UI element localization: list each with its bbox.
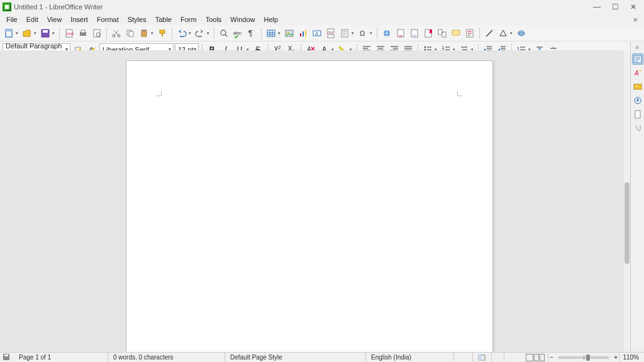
basic-shapes-button[interactable]	[497, 27, 509, 40]
save-status-icon[interactable]	[3, 353, 11, 362]
insert-field-button[interactable]	[338, 27, 351, 40]
zoom-in-button[interactable]: +	[613, 354, 619, 361]
menu-edit[interactable]: Edit	[23, 15, 42, 24]
print-button[interactable]	[77, 27, 89, 40]
save-button[interactable]	[39, 27, 52, 40]
menu-table[interactable]: Table	[152, 15, 175, 24]
insert-table-dropdown[interactable]: ▾	[278, 31, 280, 36]
svg-point-50	[425, 46, 426, 47]
menu-format[interactable]: Format	[93, 15, 123, 24]
paste-dropdown[interactable]: ▾	[151, 31, 153, 36]
open-button[interactable]	[21, 27, 33, 40]
status-word-count[interactable]: 0 words, 0 characters	[108, 353, 225, 362]
multi-page-view-icon[interactable]	[534, 354, 539, 361]
insert-cross-ref-button[interactable]	[436, 27, 448, 40]
shapes-dropdown[interactable]: ▾	[510, 31, 513, 36]
insert-chart-button[interactable]	[297, 27, 309, 40]
insert-line-button[interactable]	[483, 27, 496, 40]
svg-rect-25	[300, 33, 301, 36]
clone-format-button[interactable]	[156, 27, 169, 40]
scrollbar-thumb[interactable]	[625, 182, 630, 264]
hyperlink-button[interactable]	[380, 27, 393, 40]
insert-comment-button[interactable]	[450, 27, 462, 40]
close-button[interactable]: ✕	[630, 3, 636, 11]
undo-button[interactable]	[175, 27, 188, 40]
formatting-marks-button[interactable]: ¶	[245, 27, 258, 40]
zoom-slider-handle[interactable]	[586, 354, 590, 361]
sidebar-properties-button[interactable]	[632, 53, 643, 65]
sidebar-style-inspector-button[interactable]	[632, 123, 643, 134]
insert-endnote-button[interactable]	[408, 27, 421, 40]
menu-tools[interactable]: Tools	[202, 15, 226, 24]
new-doc-dropdown[interactable]: ▾	[16, 31, 18, 36]
new-doc-button[interactable]	[3, 27, 15, 40]
svg-point-43	[518, 31, 525, 36]
insert-image-button[interactable]	[283, 27, 296, 40]
redo-button[interactable]	[194, 27, 206, 40]
insert-special-char-button[interactable]: Ω	[357, 27, 369, 40]
zoom-out-button[interactable]: −	[548, 354, 555, 361]
cut-button[interactable]	[110, 27, 123, 40]
margin-corner-tr	[457, 91, 462, 96]
insert-footnote-button[interactable]	[394, 27, 407, 40]
insert-textbox-button[interactable]: A	[311, 27, 323, 40]
paste-button[interactable]	[138, 27, 150, 40]
menu-file[interactable]: File	[3, 15, 21, 24]
page[interactable]	[126, 60, 493, 352]
track-changes-button[interactable]	[464, 27, 476, 40]
svg-text:PDF: PDF	[67, 32, 74, 36]
svg-rect-27	[305, 30, 306, 36]
zoom-percent[interactable]: 110%	[619, 353, 644, 362]
status-signature[interactable]	[492, 353, 504, 362]
open-dropdown[interactable]: ▾	[34, 31, 36, 36]
svg-rect-18	[162, 33, 163, 36]
insert-field-dropdown[interactable]: ▾	[352, 31, 354, 36]
draw-functions-button[interactable]	[515, 27, 528, 40]
insert-bookmark-button[interactable]	[422, 27, 435, 40]
insert-special-dropdown[interactable]: ▾	[370, 31, 372, 36]
menu-styles[interactable]: Styles	[124, 15, 150, 24]
view-layout-icons[interactable]	[523, 354, 548, 361]
spellcheck-button[interactable]: abc	[231, 27, 244, 40]
find-replace-button[interactable]	[218, 27, 230, 40]
book-view-icon[interactable]	[540, 354, 545, 361]
insert-table-button[interactable]	[265, 27, 277, 40]
svg-text:A: A	[315, 31, 319, 36]
vertical-scrollbar[interactable]	[624, 50, 630, 352]
menu-window[interactable]: Window	[226, 15, 258, 24]
status-page[interactable]: Page 1 of 1	[14, 353, 108, 362]
menu-form[interactable]: Form	[177, 15, 201, 24]
menu-insert[interactable]: Insert	[67, 15, 92, 24]
status-selection-mode[interactable]	[473, 353, 492, 362]
insert-pagebreak-button[interactable]	[325, 27, 337, 40]
zoom-slider[interactable]	[558, 356, 609, 359]
svg-point-19	[221, 30, 226, 35]
minimize-button[interactable]: —	[593, 3, 601, 11]
status-insert-mode[interactable]	[454, 353, 473, 362]
save-dropdown[interactable]: ▾	[52, 31, 55, 36]
sidebar-styles-button[interactable]: A	[632, 67, 643, 79]
svg-rect-61	[635, 111, 640, 118]
single-page-view-icon[interactable]	[526, 354, 533, 361]
redo-dropdown[interactable]: ▾	[207, 31, 209, 36]
document-viewport[interactable]	[0, 50, 630, 352]
export-pdf-button[interactable]: PDF	[63, 27, 75, 40]
window-title: Untitled 1 - LibreOffice Writer	[14, 3, 103, 11]
maximize-button[interactable]: ☐	[612, 3, 619, 11]
svg-point-59	[636, 85, 637, 87]
status-bar: Page 1 of 1 0 words, 0 characters Defaul…	[0, 352, 644, 362]
status-language[interactable]: English (India)	[366, 353, 454, 362]
copy-button[interactable]	[124, 27, 136, 40]
sidebar-gallery-button[interactable]	[632, 81, 643, 92]
sidebar-navigator-button[interactable]	[632, 95, 643, 106]
menu-view[interactable]: View	[43, 15, 66, 24]
svg-rect-58	[634, 84, 641, 89]
status-page-style[interactable]: Default Page Style	[225, 353, 366, 362]
sidebar-page-button[interactable]	[632, 109, 643, 120]
svg-rect-63	[4, 354, 8, 356]
print-preview-button[interactable]	[91, 27, 103, 40]
menu-help[interactable]: Help	[260, 15, 282, 24]
sidebar-menu-icon[interactable]: ≡	[636, 44, 640, 51]
close-document-button[interactable]: ×	[629, 15, 641, 25]
undo-dropdown[interactable]: ▾	[189, 31, 191, 36]
